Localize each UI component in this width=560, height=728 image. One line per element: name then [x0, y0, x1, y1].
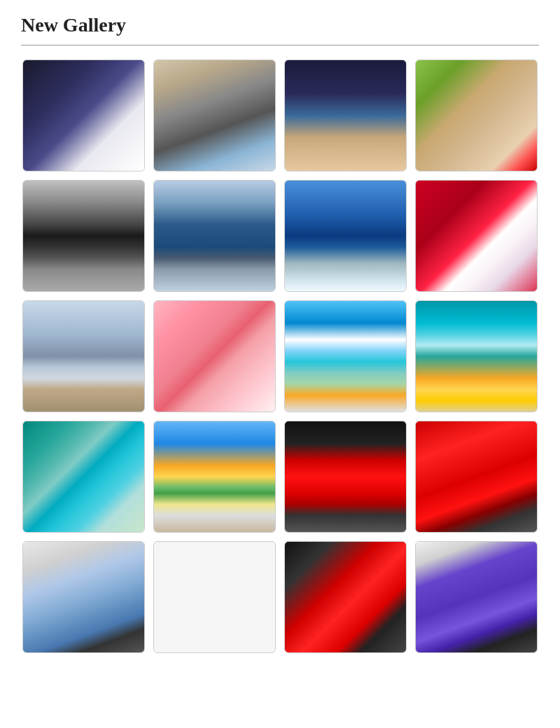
- gallery-item[interactable]: [284, 300, 407, 412]
- gallery-item[interactable]: [284, 180, 407, 292]
- gallery-item[interactable]: [284, 59, 407, 172]
- gallery-thumbnail: [416, 301, 537, 412]
- gallery-thumbnail: [23, 421, 144, 532]
- gallery-thumbnail: [23, 542, 144, 652]
- gallery-thumbnail: [23, 301, 144, 412]
- gallery-item[interactable]: [153, 421, 276, 533]
- gallery-item[interactable]: [153, 541, 276, 653]
- gallery-item[interactable]: [22, 300, 145, 412]
- gallery-thumbnail: [154, 181, 275, 291]
- gallery-thumbnail: [416, 542, 537, 652]
- gallery-thumbnail: [154, 60, 275, 171]
- gallery-thumbnail: [285, 60, 406, 171]
- gallery-item[interactable]: [22, 59, 145, 172]
- gallery-thumbnail: [285, 301, 406, 412]
- gallery-item[interactable]: [22, 421, 145, 533]
- gallery-item[interactable]: [284, 541, 407, 653]
- gallery-thumbnail: [285, 181, 406, 291]
- gallery-item[interactable]: [22, 180, 145, 292]
- gallery-item[interactable]: [415, 180, 538, 292]
- gallery-thumbnail: [416, 421, 537, 532]
- gallery-thumbnail: [23, 60, 144, 171]
- gallery-item[interactable]: [415, 541, 538, 653]
- gallery-item[interactable]: [153, 300, 276, 412]
- gallery-item[interactable]: [415, 59, 538, 172]
- gallery-thumbnail: [154, 421, 275, 532]
- page-title: New Gallery: [21, 14, 539, 46]
- gallery-thumbnail: [416, 181, 537, 291]
- gallery-thumbnail: [285, 421, 406, 532]
- gallery-grid: [21, 59, 539, 653]
- gallery-thumbnail: [154, 542, 275, 652]
- gallery-thumbnail: [23, 181, 144, 291]
- gallery-item[interactable]: [415, 421, 538, 533]
- gallery-thumbnail: [285, 542, 406, 652]
- gallery-item[interactable]: [415, 300, 538, 412]
- gallery-item[interactable]: [22, 541, 145, 653]
- gallery-item[interactable]: [153, 59, 276, 172]
- gallery-thumbnail: [416, 60, 537, 171]
- gallery-item[interactable]: [284, 421, 407, 533]
- gallery-thumbnail: [154, 301, 275, 412]
- gallery-item[interactable]: [153, 180, 276, 292]
